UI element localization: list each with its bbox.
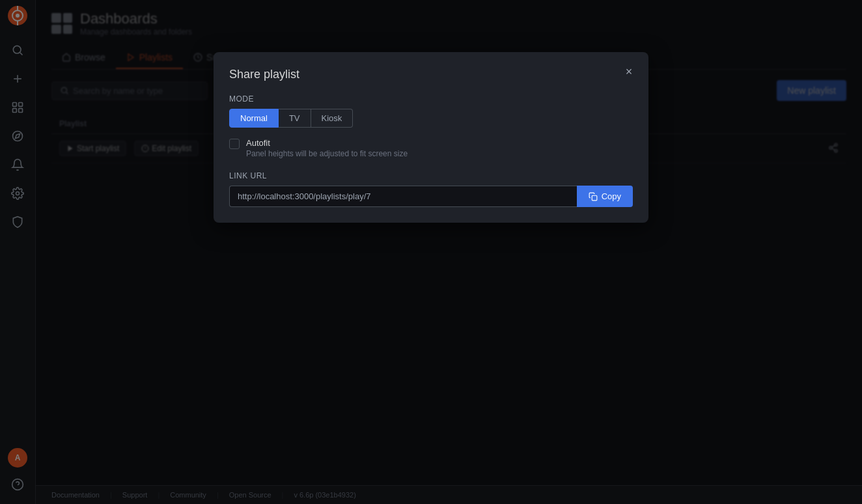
- copy-button[interactable]: Copy: [577, 186, 633, 207]
- share-playlist-modal: Share playlist × Mode Normal TV Kiosk Au…: [214, 52, 648, 223]
- link-url-input[interactable]: [229, 186, 577, 207]
- mode-tv-button[interactable]: TV: [279, 109, 311, 128]
- autofit-label: Autofit: [246, 138, 408, 148]
- copy-icon: [589, 192, 598, 201]
- modal-close-button[interactable]: ×: [620, 63, 638, 81]
- autofit-section: Autofit Panel heights will be adjusted t…: [229, 138, 633, 158]
- mode-section: Mode Normal TV Kiosk: [229, 94, 633, 128]
- link-url-label: Link URL: [229, 171, 633, 180]
- autofit-hint: Panel heights will be adjusted to fit sc…: [246, 149, 408, 158]
- autofit-checkbox[interactable]: [229, 139, 240, 149]
- modal-title: Share playlist: [229, 68, 633, 81]
- mode-kiosk-button[interactable]: Kiosk: [311, 109, 354, 128]
- mode-buttons: Normal TV Kiosk: [229, 109, 633, 128]
- mode-label: Mode: [229, 94, 633, 104]
- modal-overlay[interactable]: Share playlist × Mode Normal TV Kiosk Au…: [0, 0, 862, 504]
- mode-normal-button[interactable]: Normal: [229, 109, 279, 128]
- svg-rect-31: [592, 195, 597, 201]
- link-url-section: Link URL Copy: [229, 171, 633, 207]
- link-url-row: Copy: [229, 186, 633, 207]
